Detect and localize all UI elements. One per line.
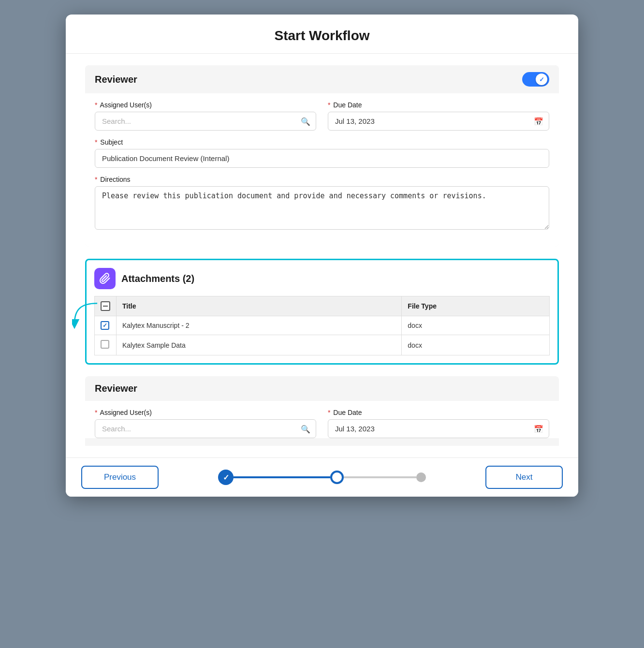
subject-input[interactable] [95, 149, 549, 168]
row-checkbox-0[interactable]: ✓ [101, 321, 109, 330]
required-star-5: * [95, 409, 97, 416]
due-date-field-2: * Due Date 📅 [328, 409, 549, 438]
form-row-2: * Subject [95, 138, 549, 168]
form-row-4: * Assigned User(s) 🔍 * Due Date [95, 409, 549, 438]
progress-indicator: ✓ [159, 470, 485, 485]
progress-step-2-dot [330, 471, 344, 484]
next-button[interactable]: Next [485, 466, 563, 489]
attachments-table: Title File Type ✓Kalytex Manuscript - 2d… [94, 296, 550, 355]
required-star-3: * [95, 138, 97, 146]
reviewer-toggle[interactable]: ✓ [522, 72, 549, 87]
row-checkbox-cell-0: ✓ [95, 316, 117, 335]
modal-footer: Previous ✓ Next [66, 457, 578, 497]
checkmark-icon: ✓ [102, 322, 107, 329]
attachment-filetype-1: docx [402, 335, 550, 355]
reviewer-section-2-title: Reviewer [95, 383, 137, 394]
select-all-checkbox[interactable] [101, 301, 110, 311]
attachments-tbody: ✓Kalytex Manuscript - 2docxKalytex Sampl… [95, 316, 550, 355]
due-date-label-2: * Due Date [328, 409, 549, 416]
due-date-field-1: * Due Date 📅 [328, 101, 549, 131]
reviewer-section-1-header: Reviewer ✓ [85, 65, 559, 93]
assigned-users-label-2: * Assigned User(s) [95, 409, 316, 416]
modal-title: Start Workflow [85, 28, 559, 44]
progress-line-filled [234, 476, 330, 478]
reviewer-section-1: Reviewer ✓ [85, 65, 559, 247]
workflow-modal: Start Workflow Reviewer ✓ [66, 15, 578, 497]
required-star: * [95, 101, 97, 109]
toggle-track: ✓ [522, 72, 549, 87]
required-star-2: * [328, 101, 330, 109]
assigned-users-label-1: * Assigned User(s) [95, 101, 316, 109]
progress-step-3-dot [416, 472, 426, 482]
reviewer-section-2-header: Reviewer [85, 376, 559, 401]
modal-body: Reviewer ✓ [66, 54, 578, 457]
toggle-checkmark: ✓ [539, 76, 544, 83]
progress-line-empty [344, 476, 416, 478]
reviewer-section-1-title: Reviewer [95, 74, 137, 85]
filetype-column-header: File Type [402, 296, 550, 316]
directions-label: * Directions [95, 176, 549, 183]
reviewer-section-2-body: * Assigned User(s) 🔍 * Due Date [85, 401, 559, 438]
due-date-label-1: * Due Date [328, 101, 549, 109]
toggle-thumb: ✓ [536, 74, 547, 85]
search-icon-2: 🔍 [301, 424, 310, 433]
modal-overlay: Start Workflow Reviewer ✓ [0, 0, 644, 648]
previous-button[interactable]: Previous [81, 466, 159, 489]
progress-step-1-check: ✓ [218, 470, 234, 485]
assigned-users-field-1: * Assigned User(s) 🔍 [95, 101, 316, 131]
table-row: Kalytex Sample Datadocx [95, 335, 550, 355]
attachments-section: Attachments (2) Title File Type [85, 259, 559, 365]
attachment-title-0: Kalytex Manuscript - 2 [117, 316, 402, 335]
row-checkbox-cell-1 [95, 335, 117, 355]
reviewer-section-1-body: * Assigned User(s) 🔍 * Due Date [85, 93, 559, 247]
required-star-4: * [95, 176, 97, 183]
reviewer-section-2: Reviewer * Assigned User(s) 🔍 [85, 376, 559, 446]
assigned-users-input-wrap: 🔍 [95, 112, 316, 131]
attachment-filetype-0: docx [402, 316, 550, 335]
table-row: ✓Kalytex Manuscript - 2docx [95, 316, 550, 335]
due-date-input-wrap: 📅 [328, 112, 549, 131]
calendar-icon[interactable]: 📅 [534, 117, 543, 126]
attachments-header: Attachments (2) [94, 268, 550, 289]
subject-label: * Subject [95, 138, 549, 146]
minus-icon [103, 306, 108, 307]
directions-field: * Directions Please review this publicat… [95, 176, 549, 230]
form-row-3: * Directions Please review this publicat… [95, 176, 549, 230]
row-checkbox-1[interactable] [101, 340, 109, 349]
table-header-row: Title File Type [95, 296, 550, 316]
due-date-input-1[interactable] [328, 112, 549, 131]
attachments-title: Attachments (2) [121, 273, 194, 284]
title-column-header: Title [117, 296, 402, 316]
header-checkbox-cell [95, 296, 117, 316]
attachment-title-1: Kalytex Sample Data [117, 335, 402, 355]
search-icon: 🔍 [301, 117, 310, 126]
required-star-6: * [328, 409, 330, 416]
assigned-users-input-wrap-2: 🔍 [95, 419, 316, 438]
directions-textarea[interactable]: Please review this publication document … [95, 186, 549, 230]
calendar-icon-2[interactable]: 📅 [534, 424, 543, 433]
subject-field: * Subject [95, 138, 549, 168]
assigned-users-field-2: * Assigned User(s) 🔍 [95, 409, 316, 438]
due-date-input-wrap-2: 📅 [328, 419, 549, 438]
modal-header: Start Workflow [66, 15, 578, 54]
assigned-users-input-2[interactable] [95, 419, 316, 438]
assigned-users-input-1[interactable] [95, 112, 316, 131]
due-date-input-2[interactable] [328, 419, 549, 438]
paperclip-icon [99, 273, 111, 284]
attach-icon-wrap [94, 268, 116, 289]
form-row-1: * Assigned User(s) 🔍 * Due Date [95, 101, 549, 131]
